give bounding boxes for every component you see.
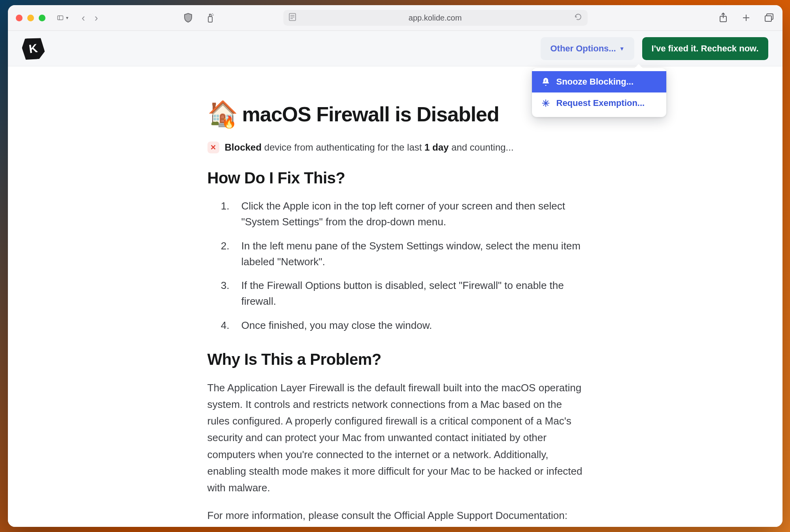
fullscreen-window-button[interactable]: [39, 15, 45, 21]
other-options-button[interactable]: Other Options... ▼: [541, 37, 634, 60]
reader-icon[interactable]: [289, 13, 296, 23]
fix-heading: How Do I Fix This?: [207, 169, 583, 187]
fix-steps-list: 1.Click the Apple icon in the top left c…: [207, 198, 583, 333]
more-info-paragraph: For more information, please consult the…: [207, 507, 583, 527]
tabs-overview-button[interactable]: [764, 12, 775, 23]
page-title: 🏠🔥 macOS Firewall is Disabled: [207, 101, 583, 127]
spray-icon[interactable]: [205, 12, 216, 23]
safari-window: ▾ ‹ › app.kolide.com: [8, 5, 782, 527]
svg-rect-2: [208, 17, 212, 22]
recheck-button[interactable]: I've fixed it. Recheck now.: [642, 37, 768, 60]
list-item: 3.If the Firewall Options button is disa…: [219, 277, 583, 309]
apple-docs-link[interactable]: Block connections to your Mac with a fir…: [207, 526, 581, 527]
dropdown-item-label: Snooze Blocking...: [556, 77, 634, 87]
kolide-logo[interactable]: K: [21, 36, 45, 61]
svg-point-4: [212, 13, 213, 14]
content-area[interactable]: 🏠🔥 macOS Firewall is Disabled ✕ Blocked …: [8, 66, 782, 527]
reload-button[interactable]: [574, 13, 582, 23]
forward-button[interactable]: ›: [94, 12, 98, 24]
other-options-label: Other Options...: [550, 43, 616, 54]
logo-letter: K: [28, 41, 38, 56]
svg-text:Z: Z: [545, 79, 547, 83]
browser-toolbar: ▾ ‹ › app.kolide.com: [8, 5, 782, 31]
url-text: app.kolide.com: [301, 13, 569, 23]
list-item: 1.Click the Apple icon in the top left c…: [219, 198, 583, 230]
problem-heading: Why Is This a Problem?: [207, 351, 583, 368]
bell-snooze-icon: Z: [541, 77, 551, 87]
article: 🏠🔥 macOS Firewall is Disabled ✕ Blocked …: [200, 66, 591, 527]
dropdown-item-snooze[interactable]: Z Snooze Blocking...: [532, 71, 666, 92]
svg-point-6: [212, 15, 213, 16]
window-controls: [16, 15, 45, 21]
page-title-text: macOS Firewall is Disabled: [242, 102, 499, 126]
sidebar-toggle-button[interactable]: ▾: [57, 12, 68, 23]
share-button[interactable]: [718, 12, 729, 23]
svg-point-5: [213, 15, 214, 15]
problem-paragraph: The Application Layer Firewall is the de…: [207, 379, 583, 496]
other-options-dropdown: Z Snooze Blocking... Request Exemption..…: [532, 68, 666, 117]
blocked-x-icon: ✕: [207, 141, 219, 153]
app-header: K Other Options... ▼ I've fixed it. Rech…: [8, 31, 782, 66]
list-item: 4.Once finished, you may close the windo…: [219, 317, 583, 333]
list-item: 2.In the left menu pane of the System Se…: [219, 238, 583, 270]
house-fire-icon: 🏠🔥: [207, 101, 234, 127]
caret-down-icon: ▼: [619, 45, 625, 52]
dropdown-item-exemption[interactable]: Request Exemption...: [532, 92, 666, 114]
status-line: ✕ Blocked device from authenticating for…: [207, 141, 583, 153]
svg-rect-0: [57, 16, 63, 20]
privacy-shield-icon[interactable]: [183, 12, 194, 23]
close-window-button[interactable]: [16, 15, 23, 21]
dropdown-item-label: Request Exemption...: [556, 98, 645, 108]
minimize-window-button[interactable]: [27, 15, 34, 21]
svg-rect-16: [765, 16, 771, 21]
snowflake-icon: [541, 98, 551, 108]
recheck-label: I've fixed it. Recheck now.: [652, 43, 759, 53]
back-button[interactable]: ‹: [82, 12, 85, 24]
chevron-down-icon: ▾: [66, 15, 68, 21]
new-tab-button[interactable]: [741, 12, 752, 23]
status-text: Blocked device from authenticating for t…: [225, 142, 514, 153]
svg-rect-3: [209, 14, 211, 17]
address-bar[interactable]: app.kolide.com: [283, 10, 588, 26]
